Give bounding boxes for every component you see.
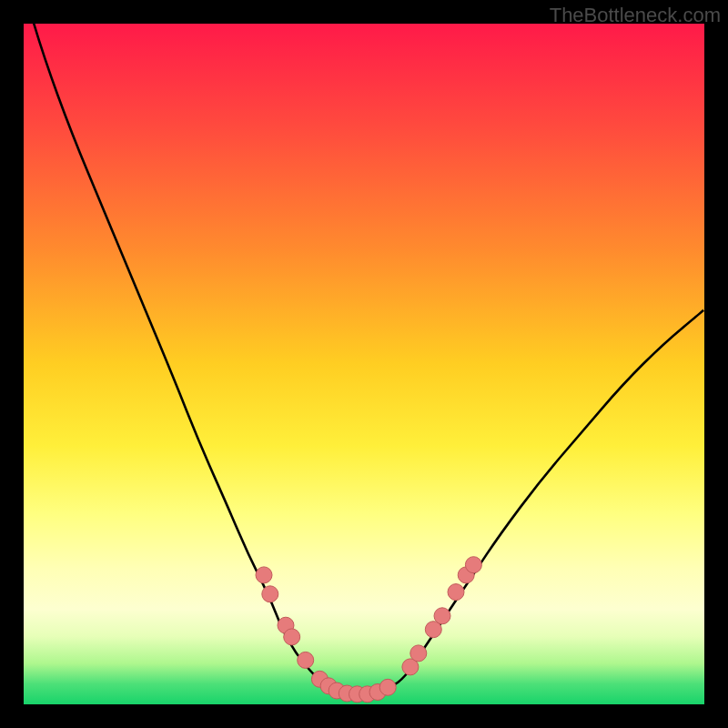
curve-marker	[298, 652, 314, 668]
curve-marker	[465, 557, 481, 573]
curve-marker	[262, 586, 278, 602]
curve-markers	[256, 557, 481, 703]
chart-frame: TheBottleneck.com	[0, 0, 728, 728]
curve-svg	[24, 24, 704, 704]
plot-area	[24, 24, 704, 704]
curve-marker	[434, 608, 450, 624]
curve-marker	[284, 629, 300, 645]
curve-marker	[379, 679, 396, 695]
curve-marker	[410, 645, 427, 662]
curve-marker	[448, 584, 464, 601]
watermark-text: TheBottleneck.com	[550, 4, 721, 27]
bottleneck-curve	[24, 24, 704, 694]
curve-marker	[256, 567, 272, 583]
